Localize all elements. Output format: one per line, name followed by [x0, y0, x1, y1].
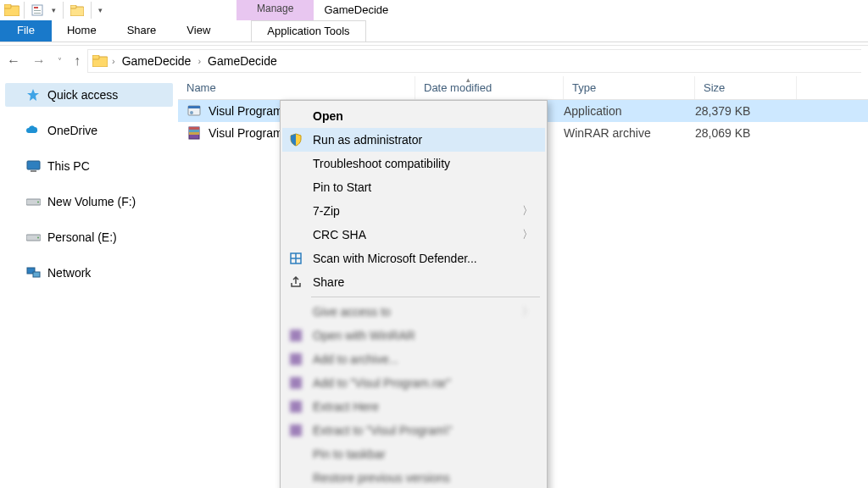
svg-rect-4: [34, 10, 41, 11]
exe-icon: [186, 103, 202, 119]
qat-properties-icon[interactable]: [28, 4, 47, 16]
menu-item-defender[interactable]: Scan with Microsoft Defender...: [282, 247, 545, 270]
quick-access-toolbar: ▾: [25, 0, 63, 20]
chevron-right-icon: 〉: [522, 203, 533, 219]
svg-rect-25: [189, 132, 199, 135]
address-folder-icon: [90, 55, 110, 67]
qat-new-folder-icon[interactable]: [67, 5, 87, 16]
svg-rect-1: [4, 4, 11, 8]
file-type: WinRAR archive: [564, 126, 695, 140]
svg-rect-30: [290, 401, 302, 413]
sidebar-item-label: This PC: [47, 159, 90, 173]
file-name: Visul Program: [209, 104, 283, 118]
sidebar-item-new-volume[interactable]: New Volume (F:): [5, 190, 173, 214]
rar-icon: [287, 377, 304, 389]
menu-item-troubleshoot[interactable]: Troubleshoot compatibility: [282, 152, 545, 175]
nav-back-button[interactable]: ←: [7, 53, 20, 69]
network-icon: [25, 265, 41, 280]
sidebar-item-quick-access[interactable]: Quick access: [5, 83, 173, 107]
qat-overflow-icon[interactable]: ▾: [95, 6, 106, 14]
svg-rect-24: [189, 130, 199, 132]
monitor-icon: [25, 158, 41, 174]
svg-rect-5: [34, 13, 41, 14]
menu-item-blurred[interactable]: Add to "Visul Program.rar": [282, 371, 545, 395]
menu-item-crc-sha[interactable]: CRC SHA〉: [282, 223, 545, 247]
svg-marker-10: [27, 89, 39, 101]
menu-item-blurred[interactable]: Extract Here: [282, 395, 545, 419]
file-size: 28,379 KB: [695, 104, 797, 118]
menu-item-run-as-admin[interactable]: Run as administrator: [282, 128, 545, 152]
sort-indicator-icon: ▴: [466, 75, 470, 84]
sidebar-item-onedrive[interactable]: OneDrive: [5, 119, 173, 142]
sidebar-item-label: Network: [47, 266, 91, 280]
ribbon-tab-view[interactable]: View: [171, 20, 225, 42]
menu-item-share[interactable]: Share: [282, 270, 545, 294]
breadcrumb-root[interactable]: GameDecide: [117, 53, 197, 69]
sidebar-item-label: New Volume (F:): [47, 195, 136, 208]
nav-up-button[interactable]: ↑: [74, 53, 81, 69]
svg-rect-28: [290, 353, 302, 365]
rar-icon: [287, 353, 304, 365]
file-type: Application: [564, 104, 695, 118]
svg-rect-23: [189, 127, 199, 130]
svg-point-21: [190, 111, 193, 114]
chevron-right-icon[interactable]: ›: [110, 56, 117, 66]
svg-rect-3: [34, 7, 38, 8]
svg-rect-11: [27, 161, 40, 169]
rar-icon: [287, 401, 304, 413]
menu-item-blurred[interactable]: Extract to "Visul Program\": [282, 419, 545, 442]
drive-icon: [25, 230, 41, 245]
file-list: ▴ Name Date modified Type Size Visul Pro…: [178, 76, 868, 488]
window-folder-icon: [0, 0, 24, 20]
qat-dropdown-icon[interactable]: ▾: [48, 6, 59, 14]
svg-rect-12: [31, 170, 36, 172]
column-header-name[interactable]: Name: [178, 76, 415, 99]
svg-rect-9: [92, 55, 99, 59]
menu-item-blurred[interactable]: Restore previous versions: [282, 466, 545, 488]
ribbon-tab-application-tools[interactable]: Application Tools: [251, 20, 365, 42]
defender-icon: [287, 252, 304, 265]
ribbon-tab-file[interactable]: File: [0, 20, 52, 42]
chevron-right-icon[interactable]: ›: [196, 56, 203, 66]
nav-recent-dropdown[interactable]: ˅: [58, 57, 62, 66]
ribbon-tab-share[interactable]: Share: [112, 20, 172, 42]
svg-rect-31: [290, 424, 302, 436]
menu-item-blurred[interactable]: Add to archive...: [282, 347, 545, 371]
shield-icon: [287, 133, 304, 147]
breadcrumb-current[interactable]: GameDecide: [203, 53, 282, 69]
rar-icon: [287, 330, 304, 341]
rar-icon: [287, 424, 304, 436]
menu-item-open[interactable]: Open: [282, 104, 545, 128]
svg-point-16: [37, 237, 39, 239]
menu-item-blurred[interactable]: Give access to〉: [282, 300, 545, 324]
svg-rect-7: [70, 5, 76, 8]
svg-rect-29: [290, 377, 302, 389]
menu-item-pin-to-start[interactable]: Pin to Start: [282, 175, 545, 199]
address-bar[interactable]: › GameDecide › GameDecide: [87, 49, 861, 73]
sidebar-item-personal[interactable]: Personal (E:): [5, 225, 173, 249]
titlebar: ▾ ▾ Manage GameDecide: [0, 0, 868, 20]
menu-item-blurred[interactable]: Open with WinRAR: [282, 324, 545, 347]
menu-item-7zip[interactable]: 7-Zip〉: [282, 199, 545, 223]
svg-rect-27: [290, 330, 302, 341]
menu-item-blurred[interactable]: Pin to taskbar: [282, 442, 545, 466]
column-header-date[interactable]: Date modified: [415, 76, 564, 99]
column-header-size[interactable]: Size: [695, 76, 797, 99]
share-icon: [287, 275, 304, 289]
window-title: GameDecide: [314, 0, 398, 20]
sidebar-item-label: Personal (E:): [47, 230, 117, 244]
drive-icon: [25, 194, 41, 209]
sidebar-item-label: Quick access: [47, 88, 118, 102]
context-menu: Open Run as administrator Troubleshoot c…: [280, 100, 548, 488]
sidebar-item-this-pc[interactable]: This PC: [5, 154, 173, 178]
star-icon: [25, 87, 41, 103]
svg-point-14: [37, 202, 39, 203]
file-size: 28,069 KB: [695, 126, 797, 140]
ribbon-context-tab-manage[interactable]: Manage: [236, 0, 314, 20]
sidebar-item-network[interactable]: Network: [5, 261, 173, 285]
ribbon-tab-home[interactable]: Home: [52, 20, 112, 42]
nav-forward-button[interactable]: →: [32, 53, 46, 69]
column-header-type[interactable]: Type: [564, 76, 695, 99]
svg-rect-20: [188, 106, 200, 108]
rar-icon: [186, 125, 202, 141]
